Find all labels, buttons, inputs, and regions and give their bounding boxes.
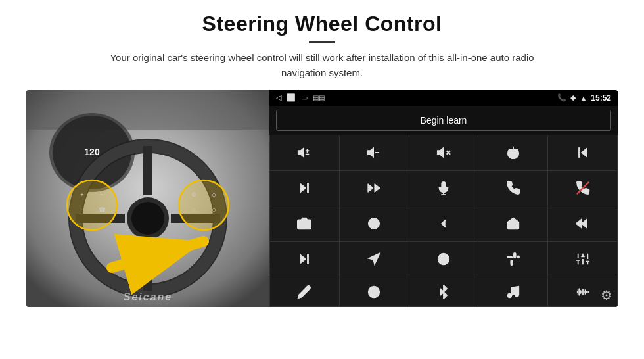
svg-text:~: ~ [100,191,103,198]
bluetooth-button[interactable] [409,277,478,306]
power-button[interactable] [478,135,547,170]
svg-text:○: ○ [192,206,195,213]
svg-point-69 [508,293,512,297]
prev-track-button[interactable] [548,135,617,170]
settings-gear-icon[interactable]: ⚙ [601,287,612,303]
svg-text:♪: ♪ [516,295,517,299]
svg-marker-30 [368,149,373,157]
home-icon: ⬜ [287,93,296,102]
rewind-button[interactable] [548,206,617,241]
fast-forward-button[interactable] [340,171,409,206]
begin-learn-button[interactable]: Begin learn [276,110,611,131]
360-button[interactable]: 360° [340,206,409,241]
svg-text:120: 120 [84,147,100,157]
svg-rect-54 [308,254,309,264]
home2-button[interactable] [478,206,547,241]
page-title: Steering Wheel Control [26,12,618,36]
svg-point-14 [67,180,117,230]
sd-icon: ▤▤ [313,94,325,101]
svg-marker-53 [300,254,306,264]
pen-button[interactable] [270,277,339,306]
title-section: Steering Wheel Control Your original car… [26,12,618,81]
svg-point-13 [131,202,164,235]
swap-button[interactable] [409,242,478,277]
status-time: 15:52 [591,93,611,103]
equalizer-button[interactable] [548,242,617,277]
svg-text:Seicane: Seicane [124,291,172,302]
next-button[interactable] [270,171,339,206]
svg-point-68 [372,290,376,294]
svg-point-46 [302,222,307,226]
svg-rect-39 [308,183,309,193]
svg-rect-37 [578,148,580,158]
svg-marker-26 [298,149,304,157]
svg-text:360°: 360° [371,223,377,226]
steering-wheel-image: 120 + ~ - ☎ [26,90,269,307]
skip-fwd-button[interactable] [270,242,339,277]
title-divider [309,41,335,43]
svg-rect-2 [26,90,269,130]
phone-button[interactable] [478,171,547,206]
svg-marker-36 [581,148,587,158]
record-button[interactable] [478,242,547,277]
camera-button[interactable] [270,206,339,241]
vol-down-button[interactable] [340,135,409,170]
location-status-icon: ◆ [570,93,576,102]
mute-button[interactable] [409,135,478,170]
vol-up-button[interactable] [270,135,339,170]
recents-icon: ▭ [301,93,308,102]
status-bar: ◁ ⬜ ▭ ▤▤ 📞 ◆ ▲ 15:52 [269,90,618,106]
begin-learn-bar: Begin learn [269,106,618,135]
svg-marker-40 [375,184,380,193]
svg-rect-57 [507,256,512,258]
svg-point-15 [179,180,229,230]
svg-marker-55 [369,253,380,264]
back-button[interactable] [409,206,478,241]
page-wrapper: Steering Wheel Control Your original car… [0,0,644,314]
navigate-button[interactable] [340,242,409,277]
android-panel: ◁ ⬜ ▭ ▤▤ 📞 ◆ ▲ 15:52 Begin learn [269,90,618,307]
music-button[interactable]: ♪ [478,277,547,306]
power2-button[interactable] [340,277,409,306]
status-bar-right: 📞 ◆ ▲ 15:52 [557,93,611,103]
svg-marker-41 [368,184,373,193]
wifi-status-icon: ▲ [580,94,587,102]
content-row: 120 + ~ - ☎ [26,90,618,307]
svg-marker-32 [438,149,443,157]
svg-text:-: - [81,206,83,213]
back-arrow-icon: ◁ [276,93,281,102]
icon-grid: 360° [269,135,618,307]
phone-status-icon: 📞 [557,93,566,102]
svg-text:☎: ☎ [99,206,106,213]
status-bar-left: ◁ ⬜ ▭ ▤▤ [276,93,325,102]
mic-button[interactable] [409,171,478,206]
svg-text:⚙: ⚙ [191,191,196,198]
svg-marker-38 [300,183,306,193]
subtitle-text: Your original car's steering wheel contr… [92,50,552,81]
svg-marker-52 [576,219,582,229]
svg-text:◇: ◇ [212,191,216,198]
hang-up-button[interactable] [548,171,617,206]
svg-text:+: + [80,191,83,198]
svg-text:◇: ◇ [212,206,216,213]
